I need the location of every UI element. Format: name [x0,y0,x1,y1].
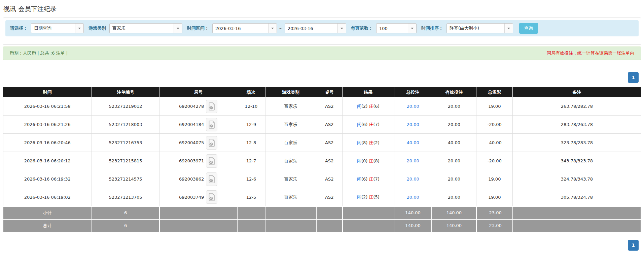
total-bet-link[interactable]: 20.00 [407,122,419,127]
video-replay-button[interactable] [206,190,217,204]
table-row: 2026-03-16 06:19:02523271213705692003749… [3,188,641,206]
footer-empty [237,206,265,219]
result-player-label: 闲 [357,177,361,182]
total-bet-link[interactable]: 20.00 [407,177,419,182]
chevron-down-icon[interactable] [75,24,83,33]
total-bet-link[interactable]: 20.00 [407,158,419,163]
cell-remark: 343.78/323.78 [513,152,641,170]
column-header: 有效投注 [432,87,476,97]
round-id-group: 692003862 [179,172,217,186]
video-replay-button[interactable] [206,172,217,186]
video-replay-button[interactable] [206,136,217,150]
cell-time: 2026-03-16 06:19:32 [3,170,92,188]
footer-label: 小计 [3,206,92,219]
cell-round-id: 692003971 [159,152,237,170]
cell-valid-bet: 20.00 [432,170,476,188]
column-header: 局号 [159,87,237,97]
cell-game-type: 百家乐 [265,97,316,116]
cell-valid-bet: 20.00 [432,152,476,170]
footer-empty [343,219,394,232]
page-button-1[interactable]: 1 [628,240,639,251]
result-banker-label: 庄 [369,194,373,199]
cell-bet-id: 523271213705 [92,188,159,206]
column-header: 总派彩 [476,87,513,97]
footer-empty [265,219,316,232]
video-file-icon [208,157,215,165]
column-header: 场次 [237,87,265,97]
chevron-down-icon[interactable] [337,24,346,33]
video-replay-button[interactable] [206,100,217,113]
round-id-value: 692004278 [179,104,204,109]
footer-empty [343,206,394,219]
chevron-down-icon[interactable] [408,24,416,33]
footer-payout: -23.00 [476,206,513,219]
round-id-value: 692004075 [179,140,204,145]
cell-table-no: AS2 [316,116,343,134]
table-header-row: 时间注单编号局号场次游戏类别桌号结果总投注有效投注总派彩备注 [3,87,641,97]
video-file-icon [208,193,215,201]
date-range-tilde: ~ [279,26,283,31]
time-sort-value: 降幂(由大到小) [447,24,504,33]
query-type-value: 日期查询 [31,24,75,33]
video-file-icon [208,139,215,147]
column-header: 游戏类别 [265,87,316,97]
result-banker-value: (8) [373,158,379,163]
total-bet-link[interactable]: 40.00 [407,140,419,145]
footer-valid-bet: 140.00 [432,206,476,219]
cell-session: 12-9 [237,116,265,134]
pagination-top: 1 [3,72,641,83]
footer-empty [237,219,265,232]
cell-bet-id: 523271215815 [92,152,159,170]
chevron-down-icon[interactable] [268,24,277,33]
result-player-value: (2) [361,194,367,199]
cell-valid-bet: 20.00 [432,188,476,206]
date-to-select[interactable]: 2026-03-16 [285,23,346,33]
page-button-1[interactable]: 1 [628,72,639,83]
video-replay-button[interactable] [206,154,217,168]
table-row: 2026-03-16 06:20:12523271215815692003971… [3,152,641,170]
cell-result: 闲(0) 庄(8) [343,152,394,170]
cell-bet-id: 523271216753 [92,134,159,152]
game-type-select[interactable]: 百家乐 [109,23,182,33]
cell-game-type: 百家乐 [265,188,316,206]
cell-game-type: 百家乐 [265,134,316,152]
footer-valid-bet: 140.00 [432,219,476,232]
result-banker-value: (6) [373,104,379,109]
date-from-select[interactable]: 2026-03-16 [212,23,277,33]
footer-empty [159,206,237,219]
page-size-value: 100 [377,24,408,33]
cell-table-no: AS2 [316,152,343,170]
result-player-label: 闲 [357,194,361,199]
footer-empty [513,206,641,219]
cell-valid-bet: 20.00 [432,97,476,116]
chevron-down-icon[interactable] [174,24,182,33]
cell-payout: -20.00 [476,152,513,170]
cell-payout: 19.00 [476,188,513,206]
filter-panel: 请选择： 日期查询 游戏类别 百家乐 时间区间： 2026-03-16 ~ 20… [3,18,641,45]
cell-session: 12-8 [237,134,265,152]
column-header: 注单编号 [92,87,159,97]
video-file-icon [208,102,215,110]
cell-round-id: 692004278 [159,97,237,116]
query-type-select[interactable]: 日期查询 [31,23,84,33]
result-banker-value: (2) [373,140,379,145]
cell-round-id: 692004075 [159,134,237,152]
page-size-select[interactable]: 100 [376,23,417,33]
summary-text: 币别：人民币 | 总共 :6 注单 | [10,50,68,56]
cell-table-no: AS2 [316,134,343,152]
total-bet-link[interactable]: 20.00 [407,195,419,200]
result-banker-label: 庄 [369,158,373,163]
chevron-down-icon[interactable] [504,24,513,33]
cell-session: 12-6 [237,170,265,188]
column-header: 备注 [513,87,641,97]
video-replay-button[interactable] [206,118,217,131]
footer-count: 6 [92,219,159,232]
table-row: 2026-03-16 06:21:58523271219012692004278… [3,97,641,116]
filter-bar: 请选择： 日期查询 游戏类别 百家乐 时间区间： 2026-03-16 ~ 20… [5,20,639,36]
result-banker-label: 庄 [369,122,373,127]
time-sort-select[interactable]: 降幂(由大到小) [446,23,513,33]
search-button[interactable]: 查询 [519,23,538,34]
summary-note: 同局有效投注，统一计算在该局第一张注单内 [547,50,634,56]
video-file-icon [208,175,215,183]
total-bet-link[interactable]: 20.00 [407,104,419,109]
